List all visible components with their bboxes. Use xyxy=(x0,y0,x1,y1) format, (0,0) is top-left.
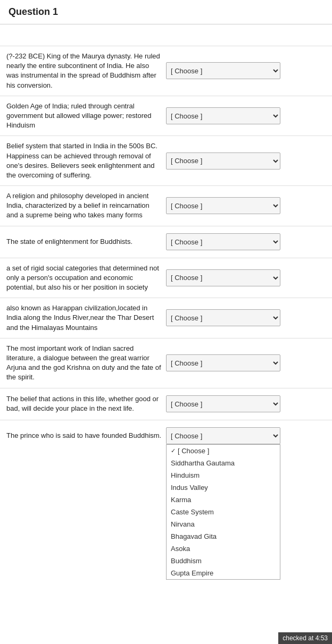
question-text-1: (?-232 BCE) King of the Maurya dynasty. … xyxy=(6,52,166,90)
spacer xyxy=(0,24,332,46)
question-row-7: also known as Harappan civilization,loca… xyxy=(0,298,332,338)
option-label-0: [ Choose ] xyxy=(178,447,209,455)
dropdown-container-7: [ Choose ]Siddhartha GautamaHinduismIndu… xyxy=(166,309,326,326)
option-label-9: Buddhism xyxy=(171,557,202,565)
question-row-10: The prince who is said to have founded B… xyxy=(0,420,332,452)
option-label-5: Caste System xyxy=(171,508,214,516)
question-text-8: The most important work of Indian sacred… xyxy=(6,344,166,383)
dropdown-container-6: [ Choose ]Siddhartha GautamaHinduismIndu… xyxy=(166,269,326,286)
option-label-6: Nirvana xyxy=(171,520,195,528)
dropdown-container-9: [ Choose ]Siddhartha GautamaHinduismIndu… xyxy=(166,395,326,412)
dropdown-option-10[interactable]: Gupta Empire xyxy=(167,567,280,579)
dropdown-option-9[interactable]: Buddhism xyxy=(167,555,280,567)
option-label-1: Siddhartha Gautama xyxy=(171,459,235,467)
select-5[interactable]: [ Choose ]Siddhartha GautamaHinduismIndu… xyxy=(166,233,280,250)
page-title: Question 1 xyxy=(9,6,58,17)
question-row-4: A religion and philosophy developed in a… xyxy=(0,185,332,226)
select-10[interactable]: [ Choose ] xyxy=(166,427,280,444)
dropdown-option-3[interactable]: Indus Valley xyxy=(167,481,280,494)
select-9[interactable]: [ Choose ]Siddhartha GautamaHinduismIndu… xyxy=(166,395,280,412)
select-7[interactable]: [ Choose ]Siddhartha GautamaHinduismIndu… xyxy=(166,309,280,326)
question-row-8: The most important work of Indian sacred… xyxy=(0,338,332,388)
dropdown-open-10[interactable]: [ Choose ]✓ [ Choose ]Siddhartha Gautama… xyxy=(166,427,326,444)
footer-text: checked at 4:53 xyxy=(283,634,328,642)
option-label-3: Indus Valley xyxy=(171,484,208,492)
question-text-5: The state of enlightenment for Buddhists… xyxy=(6,237,166,247)
dropdown-container-8: [ Choose ]Siddhartha GautamaHinduismIndu… xyxy=(166,354,326,371)
dropdown-option-8[interactable]: Asoka xyxy=(167,543,280,555)
dropdown-option-0[interactable]: ✓ [ Choose ] xyxy=(167,445,280,457)
select-4[interactable]: [ Choose ]Siddhartha GautamaHinduismIndu… xyxy=(166,197,280,214)
question-text-6: a set of rigid social categories that de… xyxy=(6,264,166,293)
option-label-7: Bhagavad Gita xyxy=(171,532,217,540)
question-text-3: Belief system that started in India in t… xyxy=(6,141,166,180)
question-text-10: The prince who is said to have founded B… xyxy=(6,431,166,440)
dropdown-container-1: [ Choose ]Siddhartha GautamaHinduismIndu… xyxy=(166,62,326,79)
dropdown-container-2: [ Choose ]Siddhartha GautamaHinduismIndu… xyxy=(166,107,326,124)
dropdown-option-5[interactable]: Caste System xyxy=(167,506,280,518)
question-text-7: also known as Harappan civilization,loca… xyxy=(6,303,166,333)
dropdown-container-10: [ Choose ]✓ [ Choose ]Siddhartha Gautama… xyxy=(166,427,326,444)
dropdown-option-1[interactable]: Siddhartha Gautama xyxy=(167,457,280,469)
dropdown-option-6[interactable]: Nirvana xyxy=(167,518,280,530)
dropdown-option-4[interactable]: Karma xyxy=(167,494,280,506)
dropdown-container-3: [ Choose ]Siddhartha GautamaHinduismIndu… xyxy=(166,152,326,170)
question-row-9: The belief that actions in this life, wh… xyxy=(0,388,332,420)
question-row-2: Golden Age of India; ruled through centr… xyxy=(0,96,332,136)
dropdown-container-4: [ Choose ]Siddhartha GautamaHinduismIndu… xyxy=(166,197,326,214)
question-row-1: (?-232 BCE) King of the Maurya dynasty. … xyxy=(0,46,332,96)
select-3[interactable]: [ Choose ]Siddhartha GautamaHinduismIndu… xyxy=(166,152,280,170)
question-row-5: The state of enlightenment for Buddhists… xyxy=(0,226,332,258)
select-2[interactable]: [ Choose ]Siddhartha GautamaHinduismIndu… xyxy=(166,107,280,124)
checkmark-icon: ✓ xyxy=(171,447,176,454)
page-header: Question 1 xyxy=(0,0,332,24)
select-1[interactable]: [ Choose ]Siddhartha GautamaHinduismIndu… xyxy=(166,62,280,79)
dropdown-overlay: ✓ [ Choose ]Siddhartha GautamaHinduismIn… xyxy=(166,444,280,580)
option-label-8: Asoka xyxy=(171,545,190,553)
option-label-2: Hinduism xyxy=(171,471,200,479)
option-label-4: Karma xyxy=(171,496,191,504)
select-6[interactable]: [ Choose ]Siddhartha GautamaHinduismIndu… xyxy=(166,269,280,286)
option-label-10: Gupta Empire xyxy=(171,569,213,577)
question-row-3: Belief system that started in India in t… xyxy=(0,135,332,185)
question-text-9: The belief that actions in this life, wh… xyxy=(6,394,166,413)
dropdown-option-2[interactable]: Hinduism xyxy=(167,469,280,481)
question-text-2: Golden Age of India; ruled through centr… xyxy=(6,101,166,131)
question-row-6: a set of rigid social categories that de… xyxy=(0,258,332,298)
rows-container: (?-232 BCE) King of the Maurya dynasty. … xyxy=(0,46,332,452)
question-text-4: A religion and philosophy developed in a… xyxy=(6,191,166,221)
dropdown-option-7[interactable]: Bhagavad Gita xyxy=(167,530,280,543)
select-8[interactable]: [ Choose ]Siddhartha GautamaHinduismIndu… xyxy=(166,354,280,371)
dropdown-container-5: [ Choose ]Siddhartha GautamaHinduismIndu… xyxy=(166,233,326,250)
footer-bar: checked at 4:53 xyxy=(278,632,332,644)
